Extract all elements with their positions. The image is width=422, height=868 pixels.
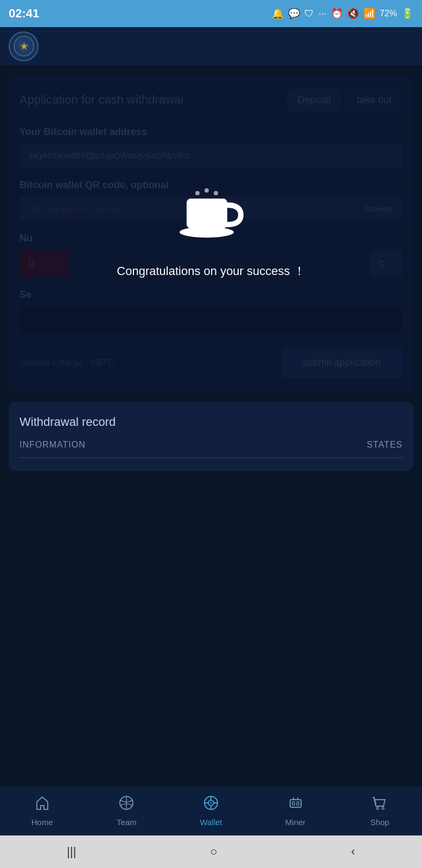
battery-level: 72% <box>380 9 397 18</box>
status-bar: 02:41 🔔 💬 🛡 ··· ⏰ 🔇 📶 72% 🔋 <box>0 0 422 27</box>
svg-rect-16 <box>290 800 301 807</box>
application-card: Application for cash withdrawal Deposit … <box>9 76 413 391</box>
main-content: Application for cash withdrawal Deposit … <box>0 65 422 787</box>
nav-label-miner: Miner <box>285 818 306 827</box>
bottom-navigation: Home Team Wallet <box>0 787 422 835</box>
record-header: INFORMATION STATES <box>20 440 402 458</box>
success-modal: Congratulations on your success ！ <box>9 76 413 391</box>
back-button[interactable]: ‹ <box>340 840 366 863</box>
nav-item-wallet[interactable]: Wallet <box>189 795 233 827</box>
svg-point-4 <box>195 191 200 195</box>
withdrawal-record-card: Withdrawal record INFORMATION STATES <box>9 402 413 471</box>
more-icon: ··· <box>318 8 327 20</box>
miner-icon <box>288 795 303 814</box>
svg-point-23 <box>382 807 384 809</box>
wifi-icon: 📶 <box>363 8 375 20</box>
svg-point-11 <box>210 802 212 804</box>
shield-icon: 🛡 <box>304 8 314 20</box>
team-icon <box>119 795 134 814</box>
home-system-button[interactable]: ○ <box>199 840 228 863</box>
messenger-icon: 💬 <box>288 8 300 20</box>
svg-point-22 <box>376 807 379 809</box>
menu-button[interactable]: ||| <box>56 840 87 863</box>
status-time: 02:41 <box>9 7 39 21</box>
information-column-header: INFORMATION <box>20 440 86 450</box>
svg-text:★: ★ <box>20 42 28 51</box>
app-logo: ★ <box>9 31 39 61</box>
svg-rect-18 <box>297 802 299 805</box>
battery-icon: 🔋 <box>401 8 413 20</box>
mute-icon: 🔇 <box>347 8 359 20</box>
system-nav-bar: ||| ○ ‹ <box>0 835 422 868</box>
notification-icon: 🔔 <box>272 8 284 20</box>
svg-rect-17 <box>292 802 295 805</box>
alarm-icon: ⏰ <box>331 8 343 20</box>
app-header: ★ <box>0 27 422 65</box>
wallet-icon <box>203 795 219 814</box>
nav-label-shop: Shop <box>370 818 389 827</box>
withdrawal-record-title: Withdrawal record <box>20 415 402 429</box>
success-message: Congratulations on your success ！ <box>117 263 305 279</box>
svg-point-6 <box>214 191 218 195</box>
cup-icon <box>178 188 244 252</box>
states-column-header: STATES <box>367 440 402 450</box>
svg-point-3 <box>180 227 234 238</box>
svg-rect-2 <box>187 199 227 228</box>
shop-icon <box>372 795 387 814</box>
nav-label-team: Team <box>117 818 137 827</box>
nav-item-team[interactable]: Team <box>105 795 148 827</box>
nav-label-wallet: Wallet <box>200 818 222 827</box>
status-icons: 🔔 💬 🛡 ··· ⏰ 🔇 📶 72% 🔋 <box>272 8 413 20</box>
home-icon <box>35 795 50 814</box>
svg-point-5 <box>204 188 209 193</box>
nav-item-miner[interactable]: Miner <box>274 795 317 827</box>
nav-item-home[interactable]: Home <box>21 795 64 827</box>
nav-item-shop[interactable]: Shop <box>358 795 401 827</box>
nav-label-home: Home <box>31 818 53 827</box>
